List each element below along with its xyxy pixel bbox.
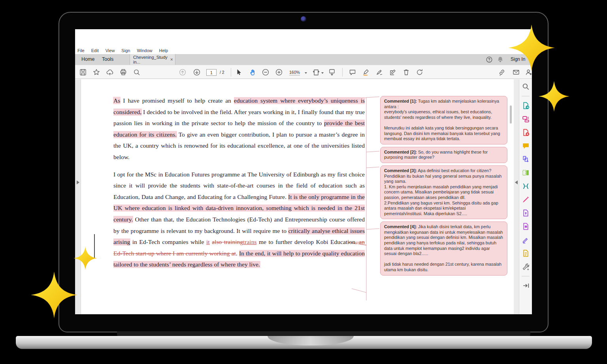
document-tab-title: Chevening_Study in... — [133, 55, 168, 64]
comment-body: Tugas km adalah menjelaskan kolerasinya … — [384, 99, 500, 141]
redo-icon[interactable] — [416, 68, 424, 76]
export-pdf-icon[interactable] — [522, 101, 530, 110]
comment-label: Commented [2]: — [384, 150, 417, 154]
document-area: As I have promised myself to help create… — [75, 79, 532, 314]
laptop-base — [16, 336, 592, 349]
menu-item-file[interactable]: File — [77, 48, 85, 53]
sparkle-decoration — [74, 246, 97, 270]
fill-sign-icon[interactable] — [522, 236, 530, 244]
scroll-mode-icon[interactable] — [328, 68, 336, 76]
expand-left-panel-icon[interactable] — [77, 180, 79, 184]
menu-item-edit[interactable]: Edit — [91, 48, 99, 53]
redact-icon[interactable] — [522, 195, 530, 204]
share-link-icon[interactable] — [498, 68, 506, 76]
close-tab-icon[interactable]: × — [170, 57, 173, 62]
scrollbar-thumb[interactable] — [510, 105, 512, 124]
comment-body: Jika kuliah disini terkait data, km perl… — [384, 224, 503, 272]
send-for-signature-icon[interactable] — [389, 68, 397, 76]
tab-home[interactable]: Home — [79, 54, 97, 65]
menu-item-window[interactable]: Window — [137, 48, 152, 53]
collapse-panel-icon[interactable] — [522, 281, 530, 290]
menu-item-sign[interactable]: Sign — [121, 48, 130, 53]
page-up-icon[interactable] — [179, 68, 187, 76]
star-favorite-icon[interactable] — [92, 68, 100, 76]
collapse-tools-panel-icon[interactable] — [515, 180, 518, 184]
sparkle-decoration — [31, 272, 77, 318]
zoom-out-icon[interactable] — [262, 68, 270, 76]
search-icon[interactable] — [522, 83, 530, 91]
comment-box-4: Commented [4]: Jika kuliah disini terkai… — [380, 221, 507, 275]
sparkle-decoration — [539, 81, 569, 112]
paragraph: As I have promised myself to help create… — [113, 95, 365, 163]
acrobat-window: FileEditViewSignWindowHelp Home Tools Ch… — [75, 29, 532, 314]
create-pdf-icon[interactable] — [522, 128, 530, 137]
comments-panel: Commented [1]: Tugas km adalah menjelask… — [380, 96, 507, 276]
chevron-down-icon — [305, 72, 307, 74]
help-icon[interactable] — [485, 56, 493, 64]
delete-icon[interactable] — [402, 68, 410, 76]
zoom-level-value: 160% — [289, 70, 300, 75]
document-text: As I have promised myself to help create… — [113, 95, 365, 270]
page-total-label: / 2 — [220, 70, 224, 75]
tools-divider — [522, 96, 530, 96]
paragraph: I opt for the MSc in Education Futures p… — [113, 169, 365, 270]
tools-panel-rail — [514, 79, 519, 314]
page-down-icon[interactable] — [193, 68, 201, 76]
zoom-dropdown[interactable] — [304, 70, 307, 75]
highlight-text-icon[interactable] — [362, 68, 370, 76]
chevron-down-icon — [321, 72, 324, 74]
comment-box-3: Commented [3]: Apa definisi best educati… — [380, 165, 507, 219]
find-icon[interactable] — [133, 68, 141, 76]
page-number-input[interactable] — [206, 69, 217, 76]
bell-icon[interactable] — [496, 56, 504, 64]
compress-pdf-icon[interactable] — [522, 182, 530, 190]
organize-pages-icon[interactable] — [522, 169, 530, 177]
toolbar-divider — [342, 68, 343, 77]
fill-and-sign-icon[interactable] — [375, 68, 383, 76]
hand-pan-icon[interactable] — [249, 68, 257, 76]
tools-sidebar — [519, 79, 532, 314]
more-tools-icon[interactable] — [522, 263, 530, 271]
stage: FileEditViewSignWindowHelp Home Tools Ch… — [0, 0, 607, 364]
scan-ocr-icon[interactable] — [522, 222, 530, 231]
toolbar-divider — [231, 68, 231, 77]
comment-box-1: Commented [1]: Tugas km adalah menjelask… — [380, 96, 507, 144]
comment-label: Commented [4]: — [384, 224, 417, 229]
fit-dropdown[interactable] — [320, 70, 324, 75]
comment-body: Apa definisi best education for citizen?… — [384, 168, 501, 216]
comment-label: Commented [3]: — [384, 168, 417, 173]
comment-icon[interactable] — [522, 142, 530, 150]
tools-divider — [522, 276, 530, 276]
prepare-form-icon[interactable] — [522, 249, 530, 257]
edit-pdf-icon[interactable] — [522, 115, 530, 123]
cloud-upload-icon[interactable] — [106, 68, 114, 76]
save-icon[interactable] — [79, 68, 87, 76]
menu-bar: FileEditViewSignWindowHelp — [75, 47, 532, 54]
laptop-notch — [268, 336, 354, 345]
sparkle-decoration — [508, 24, 555, 71]
select-cursor-icon[interactable] — [235, 68, 243, 76]
laptop-camera — [301, 16, 306, 22]
protect-pdf-icon[interactable] — [522, 209, 530, 217]
comment-label: Commented [1]: — [384, 99, 417, 103]
comment-box-2: Commented [2]: So, do you wanna highligh… — [380, 147, 507, 163]
menu-item-view[interactable]: View — [106, 48, 115, 53]
menu-item-help[interactable]: Help — [159, 48, 168, 53]
add-comment-icon[interactable] — [349, 68, 356, 76]
combine-files-icon[interactable] — [522, 155, 530, 163]
main-toolbar: / 2 160% — [75, 65, 532, 79]
tab-tools[interactable]: Tools — [100, 54, 116, 65]
print-icon[interactable] — [119, 68, 127, 76]
tab-bar: Home Tools Chevening_Study in... × Sign … — [75, 54, 532, 65]
zoom-in-icon[interactable] — [275, 68, 283, 76]
fit-width-icon[interactable] — [312, 68, 320, 76]
document-tab[interactable]: Chevening_Study in... × — [130, 54, 175, 65]
